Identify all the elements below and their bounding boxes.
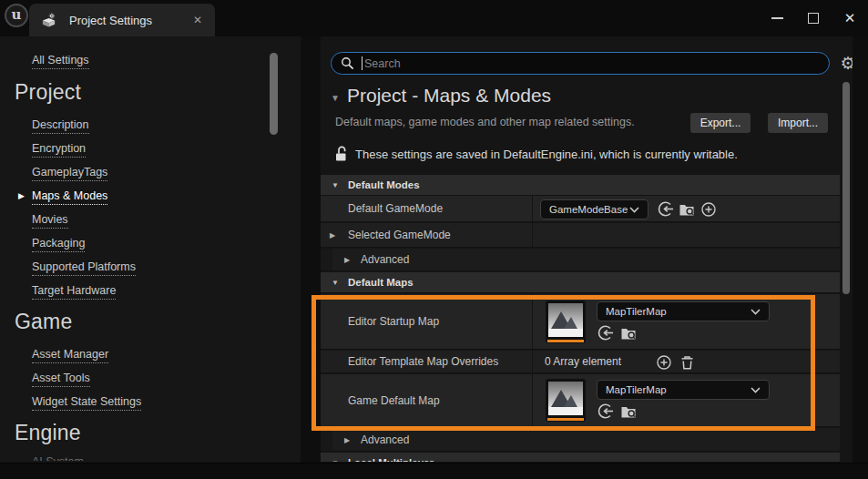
unlocked-padlock-icon [334, 145, 349, 162]
folder-search-icon [620, 403, 637, 420]
close-icon: ✕ [844, 10, 856, 26]
property-label: Selected GameMode [348, 229, 451, 241]
plus-circle-icon [656, 354, 672, 371]
project-settings-window: u Project Settings ✕ ✕ All Settings Proj… [0, 0, 868, 479]
section-header-default-modes[interactable]: ▼ Default Modes [321, 175, 840, 196]
page-subtitle: Default maps, game modes and other map r… [335, 116, 635, 128]
dropdown-value: GameModeBase [549, 204, 628, 215]
map-thumbnail-image [548, 382, 583, 415]
panel-divider [301, 36, 321, 463]
sidebar-item-asset-tools[interactable]: Asset Tools [32, 372, 90, 387]
sidebar-item-gameplaytags[interactable]: GameplayTags [32, 166, 107, 181]
editor-startup-map-dropdown[interactable]: MapTilerMap [597, 301, 770, 321]
chevron-down-icon [751, 309, 761, 315]
game-default-map-dropdown[interactable]: MapTilerMap [597, 380, 770, 400]
sidebar-item-description[interactable]: Description [32, 118, 89, 134]
tab-close-icon[interactable]: ✕ [189, 12, 206, 28]
property-label: Editor Template Map Overrides [348, 355, 498, 368]
use-selected-asset-button[interactable] [597, 403, 614, 420]
map-asset-thumbnail[interactable] [546, 379, 586, 422]
sidebar-scrollbar-thumb[interactable] [270, 53, 278, 135]
advanced-label: Advanced [361, 433, 409, 446]
map-asset-thumbnail[interactable] [546, 301, 586, 343]
maximize-icon [808, 13, 819, 24]
property-name-cell: Selected GameMode [321, 223, 533, 247]
project-settings-box-gear-icon [40, 12, 57, 29]
browse-to-asset-button[interactable] [619, 324, 637, 341]
settings-panel: ⚙ ▼ Project - Maps & Modes Default maps,… [321, 36, 868, 463]
property-name-cell: Game Default Map [321, 374, 533, 426]
asset-color-bar [547, 418, 584, 421]
plus-circle-icon [700, 201, 717, 218]
section-collapse-caret-icon[interactable]: ▼ [331, 93, 340, 103]
row-selected-gamemode[interactable]: ▶ Selected GameMode [321, 223, 840, 248]
row-default-gamemode: Default GameMode GameModeBase [321, 196, 840, 222]
section-header-local-multiplayer[interactable]: ▼ Local Multiplayer [321, 453, 840, 463]
add-new-asset-button[interactable] [700, 200, 717, 218]
map-thumbnail-image [548, 303, 583, 337]
tab-title: Project Settings [69, 14, 152, 27]
property-label: Default GameMode [348, 202, 443, 215]
sidebar: All Settings Project Description Encrypt… [0, 36, 301, 463]
page-title: Project - Maps & Modes [347, 85, 551, 107]
chevron-down-icon [751, 387, 761, 393]
browse-to-asset-button[interactable] [678, 200, 695, 218]
advanced-label: Advanced [361, 253, 409, 266]
sidebar-item-movies[interactable]: Movies [32, 213, 68, 229]
use-selected-asset-button[interactable] [657, 200, 674, 218]
trash-icon [679, 354, 695, 371]
property-name-cell: Editor Template Map Overrides [321, 351, 533, 372]
folder-search-icon [620, 325, 637, 341]
add-array-element-button[interactable] [655, 353, 672, 371]
row-editor-template-map-overrides: Editor Template Map Overrides 0 Array el… [321, 351, 840, 373]
row-game-default-map: Game Default Map MapTi [321, 374, 840, 427]
sidebar-item-supported-platforms[interactable]: Supported Platforms [32, 260, 136, 276]
row-editor-startup-map: Editor Startup Map Map [321, 294, 840, 350]
right-margin [853, 36, 868, 463]
active-item-caret-icon: ▶ [18, 191, 25, 200]
circle-arrow-left-icon [597, 403, 614, 420]
window-controls: ✕ [759, 0, 868, 36]
sidebar-item-all-settings[interactable]: All Settings [32, 54, 89, 69]
sidebar-item-packaging[interactable]: Packaging [32, 237, 85, 252]
clear-array-button[interactable] [679, 353, 696, 371]
folder-search-icon [679, 201, 695, 218]
section-header-label: Default Maps [348, 277, 414, 288]
default-gamemode-dropdown[interactable]: GameModeBase [540, 199, 648, 219]
chevron-down-icon: ▼ [332, 279, 339, 287]
sidebar-item-widget-state-settings[interactable]: Widget State Settings [32, 395, 141, 411]
main-scrollbar-thumb[interactable] [842, 82, 850, 294]
window-bottom-edge [0, 463, 868, 479]
row-advanced-default-modes[interactable]: ▶ Advanced [321, 249, 840, 271]
property-label: Editor Startup Map [348, 315, 439, 328]
caret-right-icon: ▶ [344, 435, 350, 443]
tab-project-settings[interactable]: Project Settings ✕ [29, 4, 215, 36]
row-advanced-default-maps[interactable]: ▶ Advanced [321, 428, 840, 452]
section-header-default-maps[interactable]: ▼ Default Maps [321, 272, 840, 293]
sidebar-heading-project: Project [15, 80, 81, 105]
minimize-button[interactable] [759, 2, 795, 35]
unreal-u-glyph: u [12, 8, 22, 22]
browse-to-asset-button[interactable] [619, 403, 637, 420]
import-button[interactable]: Import... [768, 113, 828, 133]
circle-arrow-left-icon [657, 200, 674, 218]
use-selected-asset-button[interactable] [597, 324, 614, 341]
chevron-down-icon: ▼ [332, 181, 339, 189]
search-icon [341, 56, 354, 70]
section-header-label: Default Modes [348, 179, 420, 190]
sidebar-item-ai-system-clipped[interactable]: AI System [32, 456, 84, 461]
dropdown-value: MapTilerMap [606, 306, 667, 317]
sidebar-item-target-hardware[interactable]: Target Hardware [32, 284, 116, 300]
maximize-button[interactable] [795, 2, 832, 35]
search-input[interactable] [363, 57, 820, 70]
unreal-engine-logo-icon[interactable]: u [5, 4, 28, 27]
property-label: Game Default Map [348, 394, 440, 407]
sidebar-item-asset-manager[interactable]: Asset Manager [32, 348, 108, 363]
sidebar-item-maps-and-modes[interactable]: Maps & Modes [32, 189, 107, 205]
sidebar-item-encryption[interactable]: Encryption [32, 142, 86, 158]
search-bar[interactable] [331, 52, 830, 75]
property-name-cell: Default GameMode [321, 196, 533, 221]
close-button[interactable]: ✕ [832, 2, 868, 35]
caret-right-icon: ▶ [344, 256, 350, 264]
export-button[interactable]: Export... [690, 113, 751, 133]
